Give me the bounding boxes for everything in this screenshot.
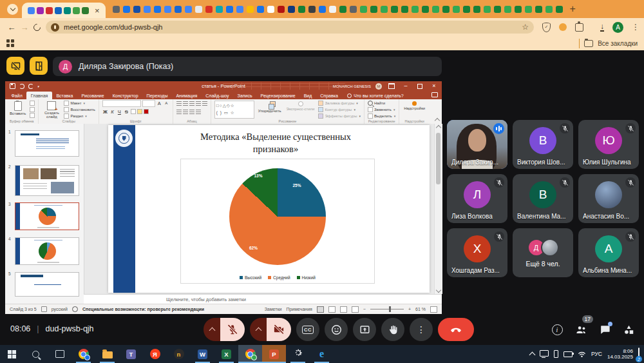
present-button[interactable]	[353, 318, 376, 341]
accessibility-status[interactable]: Специальные возможности: проверьте реком…	[82, 307, 204, 311]
taskbar-task-view-button[interactable]	[48, 345, 71, 363]
browser-tab[interactable]	[442, 6, 450, 13]
profile-avatar[interactable]: A	[612, 22, 623, 33]
ribbon-tab-5[interactable]: Конструктор	[108, 92, 142, 99]
restore-button[interactable]	[417, 84, 422, 89]
find-button[interactable]: Найти	[368, 101, 395, 106]
mic-in-use-icon[interactable]	[51, 23, 59, 32]
taskbar-settings[interactable]	[286, 345, 310, 363]
action-center-button[interactable]: 2	[638, 348, 639, 360]
browser-tab[interactable]	[453, 6, 460, 13]
normal-view-icon[interactable]	[317, 306, 324, 313]
browser-tab[interactable]	[515, 6, 522, 13]
collapse-ribbon-icon[interactable]	[435, 118, 440, 123]
browser-tab[interactable]	[329, 6, 336, 13]
reload-icon[interactable]	[32, 22, 43, 32]
reactions-button[interactable]	[325, 318, 348, 341]
address-bar[interactable]: meet.google.com/dud-pwsb-qjh ☆	[46, 21, 534, 34]
browser-tab[interactable]	[216, 6, 223, 13]
chat-panel-button[interactable]	[598, 323, 611, 336]
slide[interactable]: Методика «Выделение существенных признак…	[108, 125, 430, 293]
account-avatar[interactable]: M	[375, 83, 382, 90]
slide-thumbnail-4[interactable]: 4	[5, 236, 84, 266]
browser-tab[interactable]	[412, 6, 419, 13]
redo-icon[interactable]	[28, 84, 33, 89]
camera-off-button[interactable]	[267, 318, 291, 341]
ribbon-tab-1[interactable]: Файл	[7, 92, 26, 99]
shape-fill-button[interactable]: Заливка фигуры	[318, 101, 361, 106]
browser-tab[interactable]	[226, 6, 233, 13]
captions-button[interactable]: CC	[296, 318, 319, 341]
reset-button[interactable]: Восстановить	[64, 107, 95, 113]
browser-tab[interactable]	[154, 6, 161, 13]
italic-button[interactable]: К	[109, 109, 115, 115]
ribbon-tab-9[interactable]: Запись	[233, 92, 256, 99]
underline-button[interactable]: Ч	[117, 109, 122, 115]
ribbon-tab-3[interactable]: Вставка	[52, 92, 77, 99]
ribbon-tab-2[interactable]: Главная	[26, 92, 52, 99]
browser-tab[interactable]	[123, 6, 130, 13]
ribbon-tab-4[interactable]: Рисование	[77, 92, 108, 99]
participant-tile[interactable]: Анастасия Во...	[578, 174, 639, 223]
participant-tile[interactable]: ВВалентина Ма...	[513, 174, 573, 223]
raise-hand-button[interactable]	[381, 318, 404, 341]
taskbar-edge[interactable]: e	[310, 345, 334, 363]
end-call-button[interactable]	[438, 318, 474, 341]
ribbon-tab-7[interactable]: Анимация	[172, 92, 202, 99]
meeting-details-button[interactable]: i	[551, 323, 564, 336]
arrange-button[interactable]: Упорядочить	[257, 101, 283, 113]
taskbar-chrome[interactable]	[71, 345, 95, 363]
browser-tab[interactable]	[525, 6, 532, 13]
replace-button[interactable]: Заменить	[368, 107, 395, 113]
participant-tile[interactable]: Диляра Закир...	[447, 120, 507, 169]
browser-tab[interactable]	[484, 6, 491, 13]
activities-button[interactable]	[622, 323, 635, 336]
browser-tab[interactable]	[319, 6, 326, 13]
taskbar-file-explorer[interactable]	[95, 345, 119, 363]
ribbon-tab-11[interactable]: Вид	[299, 92, 316, 99]
apps-grid-icon[interactable]	[6, 39, 14, 47]
browser-tab[interactable]	[494, 6, 501, 13]
slide-thumbnail-3[interactable]: 3	[5, 201, 84, 231]
shield-icon[interactable]: ✓	[542, 23, 551, 32]
participant-tile[interactable]: ХХошгадам Раз...	[447, 228, 507, 277]
minimize-button[interactable]: –	[401, 81, 410, 91]
browser-tab[interactable]	[113, 6, 120, 13]
browser-tab[interactable]	[144, 6, 151, 13]
addins-button[interactable]: Надстройки	[402, 101, 426, 111]
browser-tab[interactable]	[205, 6, 213, 13]
bookmark-star-icon[interactable]: ☆	[522, 23, 529, 32]
font-name-box[interactable]	[102, 100, 141, 107]
browser-tab[interactable]	[247, 6, 254, 13]
camera-control[interactable]	[250, 318, 291, 341]
active-tab[interactable]: ×	[22, 3, 106, 18]
browser-tab[interactable]	[422, 6, 429, 13]
taskbar-start-button[interactable]	[0, 345, 24, 363]
language-indicator[interactable]: русский	[52, 307, 68, 311]
browser-tab[interactable]	[278, 6, 285, 13]
quick-styles-button[interactable]: Экспресс-стили	[285, 101, 316, 112]
leave-meeting-button[interactable]	[30, 57, 48, 75]
zoom-out-button[interactable]: −	[363, 307, 366, 311]
extensions-puzzle-icon[interactable]	[575, 23, 583, 32]
browser-tab[interactable]	[298, 6, 305, 13]
browser-tab[interactable]	[473, 6, 480, 13]
mic-options-button[interactable]	[204, 318, 220, 341]
quick-access-toolbar[interactable]: ▾	[10, 83, 39, 89]
browser-tab[interactable]	[463, 6, 470, 13]
select-button[interactable]: Выделить	[368, 113, 395, 119]
tray-expand-icon[interactable]	[529, 352, 535, 358]
ribbon-tab-12[interactable]: Справка	[316, 92, 342, 99]
strikethrough-button[interactable]: S	[124, 109, 129, 115]
slide-thumbnail-1[interactable]: 1	[5, 129, 84, 158]
shape-outline-button[interactable]: Контур фигуры	[318, 107, 361, 113]
browser-tab[interactable]	[288, 6, 295, 13]
zoom-level[interactable]: 61 %	[415, 307, 426, 311]
scroll-up-icon[interactable]	[436, 125, 441, 130]
mic-control[interactable]	[204, 318, 245, 341]
slide-thumbnail-2[interactable]: 2	[5, 164, 84, 197]
all-bookmarks[interactable]: Все закладки	[579, 39, 638, 48]
mic-off-button[interactable]	[220, 318, 245, 341]
qat-dropdown-icon[interactable]: ▾	[37, 84, 39, 88]
ribbon-display-icon[interactable]	[388, 83, 395, 89]
